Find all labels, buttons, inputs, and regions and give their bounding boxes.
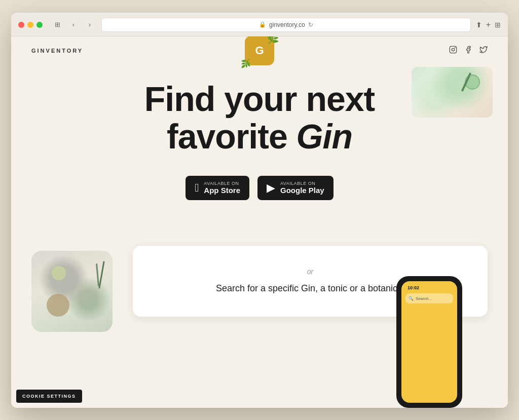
hero-title-gin: Gin [296, 117, 352, 156]
twitter-icon[interactable] [479, 46, 488, 56]
browser-window: ⊞ ‹ › 🔒 ginventory.co ↻ ⬆ + ⊞ GINVENTORY… [11, 13, 508, 408]
google-play-name: Google Play [280, 186, 324, 195]
minimize-button[interactable] [27, 22, 33, 28]
phone-time: 10:02 [405, 285, 419, 290]
facebook-icon[interactable] [464, 46, 472, 56]
site-header: GINVENTORY G 🌿 🌿 [11, 36, 508, 65]
svg-point-2 [455, 48, 455, 48]
forward-button[interactable]: › [83, 19, 96, 30]
gin-image-left [31, 251, 113, 332]
close-button[interactable] [18, 22, 24, 28]
fullscreen-button[interactable] [36, 22, 43, 28]
gin-botanicals-bg [31, 251, 113, 332]
url-text: ginventory.co [269, 21, 305, 28]
botanical-circle-decoration [47, 294, 69, 317]
phone-search-placeholder: Search... [416, 296, 432, 301]
back-button[interactable]: ‹ [67, 19, 80, 30]
search-description-text: Search for a specific Gin, a tonic or a … [216, 282, 404, 295]
logo-leaf2-icon: 🌿 [241, 59, 251, 68]
browser-chrome: ⊞ ‹ › 🔒 ginventory.co ↻ ⬆ + ⊞ [11, 13, 508, 36]
phone-body: 10:02 🔍 Search... [396, 276, 462, 407]
website-content: GINVENTORY G 🌿 🌿 [11, 36, 508, 408]
google-play-text: Available on Google Play [280, 181, 324, 195]
botanical-lemon-decoration [52, 266, 66, 280]
google-play-available: Available on [280, 181, 315, 186]
bottom-section: or Search for a specific Gin, a tonic or… [11, 246, 508, 332]
app-store-button[interactable]:  Available on App Store [186, 176, 249, 200]
gin-glass-visual [412, 67, 493, 118]
social-icons [449, 46, 488, 56]
app-buttons:  Available on App Store ▶ Available on … [42, 176, 477, 200]
browser-controls: ⊞ ‹ › [51, 19, 96, 30]
cookie-settings-button[interactable]: COOKIE SETTINGS [16, 390, 82, 403]
new-tab-icon[interactable]: + [486, 20, 491, 29]
app-store-name: App Store [204, 186, 240, 195]
traffic-lights [18, 22, 43, 28]
site-logo-text: GINVENTORY [31, 48, 83, 54]
svg-rect-0 [450, 46, 456, 53]
google-play-button[interactable]: ▶ Available on Google Play [257, 176, 333, 200]
google-play-icon: ▶ [267, 182, 275, 194]
phone-mockup: 10:02 🔍 Search... [396, 281, 467, 342]
svg-point-1 [452, 48, 454, 51]
phone-screen: 10:02 🔍 Search... [401, 281, 457, 403]
share-icon[interactable]: ⬆ [476, 21, 482, 29]
hero-image-top-right [412, 67, 493, 118]
or-divider-text: or [307, 268, 313, 276]
hero-title-line2: favorite [167, 117, 296, 156]
instagram-icon[interactable] [449, 46, 457, 56]
phone-search-bar: 🔍 Search... [405, 293, 453, 303]
refresh-icon[interactable]: ↻ [308, 21, 313, 28]
grid-icon[interactable]: ⊞ [495, 21, 501, 29]
app-store-text: Available on App Store [204, 181, 240, 195]
logo-leaf-icon: 🌿 [267, 36, 279, 44]
address-bar[interactable]: 🔒 ginventory.co ↻ [101, 18, 471, 32]
hero-title-line1: Find your next [144, 80, 375, 118]
apple-icon:  [195, 182, 199, 194]
app-store-available: Available on [204, 181, 239, 186]
browser-actions: ⬆ + ⊞ [476, 20, 501, 29]
logo-badge[interactable]: G 🌿 🌿 [245, 36, 274, 65]
sidebar-toggle-button[interactable]: ⊞ [51, 19, 64, 30]
phone-search-icon: 🔍 [409, 296, 414, 301]
site-logo-center: G 🌿 🌿 [245, 36, 274, 65]
logo-letter: G [255, 44, 264, 57]
lock-icon: 🔒 [259, 21, 266, 28]
